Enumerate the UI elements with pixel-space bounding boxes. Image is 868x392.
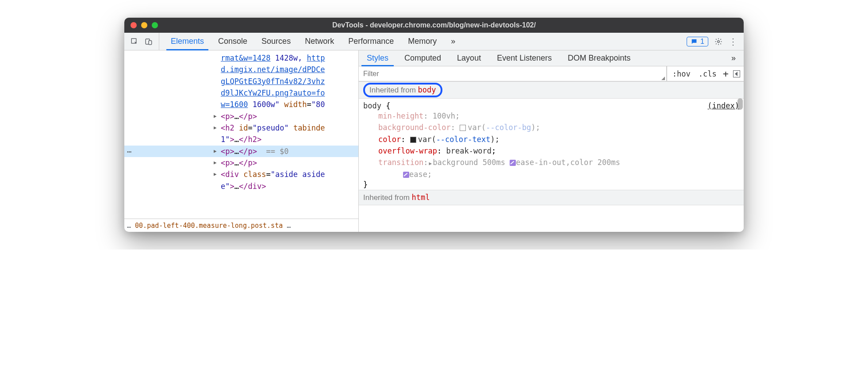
breadcrumb-text: 00.pad-left-400.measure-long.post.sta	[135, 222, 283, 230]
dom-line[interactable]: w=1600 1600w" width="80	[124, 99, 358, 110]
stab-layout[interactable]: Layout	[449, 50, 489, 66]
inspect-icon[interactable]	[131, 38, 138, 46]
dom-line[interactable]: gLQPGtEG3y0fTn4v82/3vhz	[124, 76, 358, 87]
tabs-overflow[interactable]: »	[444, 33, 462, 50]
declaration[interactable]: overflow-wrap: break-word;	[378, 145, 739, 157]
declaration-cont[interactable]: ease;	[378, 169, 739, 180]
declaration[interactable]: background-color: var(--color-bg);	[378, 122, 739, 133]
rule-source-link[interactable]: (index)	[707, 101, 739, 110]
window-title: DevTools - developer.chrome.com/blog/new…	[332, 21, 536, 29]
traffic-lights	[124, 22, 158, 28]
inherited-from-row[interactable]: Inherited from body	[359, 81, 744, 99]
issues-badge[interactable]: 1	[687, 37, 708, 46]
devtools-window: DevTools - developer.chrome.com/blog/new…	[124, 18, 744, 232]
breadcrumb-suffix: …	[287, 222, 291, 230]
tab-performance[interactable]: Performance	[341, 33, 401, 50]
dom-line[interactable]: d.imgix.net/image/dPDCe	[124, 64, 358, 75]
computed-sidebar-icon[interactable]	[733, 70, 740, 77]
stab-dom-breakpoints[interactable]: DOM Breakpoints	[560, 50, 638, 66]
dom-line[interactable]: 1">…</h2>	[124, 134, 358, 145]
dom-line[interactable]: rmat&w=1428 1428w, http	[124, 52, 358, 64]
bezier-icon[interactable]	[403, 172, 409, 178]
bezier-icon[interactable]	[510, 160, 516, 166]
main-tabs: Elements Console Sources Network Perform…	[159, 33, 680, 50]
tab-elements[interactable]: Elements	[164, 33, 211, 50]
breadcrumb[interactable]: … 00.pad-left-400.measure-long.post.sta …	[124, 219, 358, 232]
declaration[interactable]: color: var(--color-text);	[378, 134, 739, 145]
stabs-overflow[interactable]: »	[723, 50, 744, 66]
breadcrumb-prefix: …	[127, 222, 131, 230]
device-toggle-icon[interactable]	[145, 38, 153, 46]
style-rule[interactable]: (index) body { min-height: 100vh; backgr…	[359, 99, 744, 190]
declaration[interactable]: transition:▶background 500ms ease-in-out…	[378, 157, 739, 168]
styles-body: Inherited from body (index) body { min-h…	[359, 81, 744, 232]
declaration[interactable]: min-height: 100vh;	[378, 110, 739, 122]
expand-icon[interactable]: ▶	[214, 124, 217, 131]
annotation-highlight: Inherited from body	[363, 83, 442, 97]
chat-icon	[691, 38, 698, 45]
tab-memory[interactable]: Memory	[401, 33, 444, 50]
color-swatch-icon[interactable]	[410, 137, 416, 143]
dom-line-selected[interactable]: ▶ <p>…</p> == $0	[124, 146, 358, 157]
stab-computed[interactable]: Computed	[396, 50, 449, 66]
kebab-menu-icon[interactable]: ⋮	[729, 36, 737, 47]
svg-point-2	[718, 40, 720, 42]
tab-network[interactable]: Network	[298, 33, 341, 50]
titlebar: DevTools - developer.chrome.com/blog/new…	[124, 18, 744, 33]
selection-marker: == $0	[266, 147, 288, 156]
dom-line[interactable]: ▶ <div class="aside aside	[124, 169, 358, 180]
resize-handle-icon[interactable]	[661, 77, 665, 80]
main-toolbar: Elements Console Sources Network Perform…	[124, 33, 744, 50]
elements-panel: rmat&w=1428 1428w, http d.imgix.net/imag…	[124, 50, 359, 232]
cls-toggle[interactable]: .cls	[697, 69, 718, 78]
expand-icon[interactable]: ▶	[214, 159, 217, 166]
rule-selector[interactable]: body	[363, 101, 381, 110]
panels: rmat&w=1428 1428w, http d.imgix.net/imag…	[124, 50, 744, 232]
dom-line[interactable]: ▶ <h2 id="pseudo" tabinde	[124, 122, 358, 134]
dom-line[interactable]: d9lJKcYw2FU.png?auto=fo	[124, 87, 358, 99]
expand-icon[interactable]: ▶	[429, 160, 432, 167]
issues-count: 1	[700, 38, 704, 46]
styles-panel: Styles Computed Layout Event Listeners D…	[359, 50, 744, 232]
styles-tabs: Styles Computed Layout Event Listeners D…	[359, 50, 744, 66]
inherited-from-row[interactable]: Inherited from html	[359, 190, 744, 205]
styles-filter-input[interactable]	[359, 66, 667, 81]
color-swatch-icon[interactable]	[460, 125, 466, 131]
dom-line[interactable]: e">…</div>	[124, 181, 358, 192]
new-rule-icon[interactable]: +	[723, 68, 729, 79]
close-icon[interactable]	[131, 22, 137, 28]
expand-icon[interactable]: ▶	[214, 112, 217, 120]
expand-icon[interactable]: ▶	[214, 147, 217, 155]
dom-line[interactable]: ▶ <p>…</p>	[124, 111, 358, 122]
minimize-icon[interactable]	[141, 22, 147, 28]
hov-toggle[interactable]: :hov	[671, 69, 692, 78]
expand-icon[interactable]: ▶	[214, 170, 217, 178]
styles-filter-row: :hov .cls +	[359, 66, 744, 81]
svg-rect-1	[149, 40, 152, 44]
stab-styles[interactable]: Styles	[359, 50, 396, 66]
tab-console[interactable]: Console	[211, 33, 254, 50]
settings-icon[interactable]	[714, 38, 722, 46]
dom-tree[interactable]: rmat&w=1428 1428w, http d.imgix.net/imag…	[124, 50, 358, 219]
zoom-icon[interactable]	[152, 22, 158, 28]
tab-sources[interactable]: Sources	[254, 33, 298, 50]
dom-line[interactable]: ▶ <p>…</p>	[124, 157, 358, 169]
stab-event-listeners[interactable]: Event Listeners	[489, 50, 560, 66]
